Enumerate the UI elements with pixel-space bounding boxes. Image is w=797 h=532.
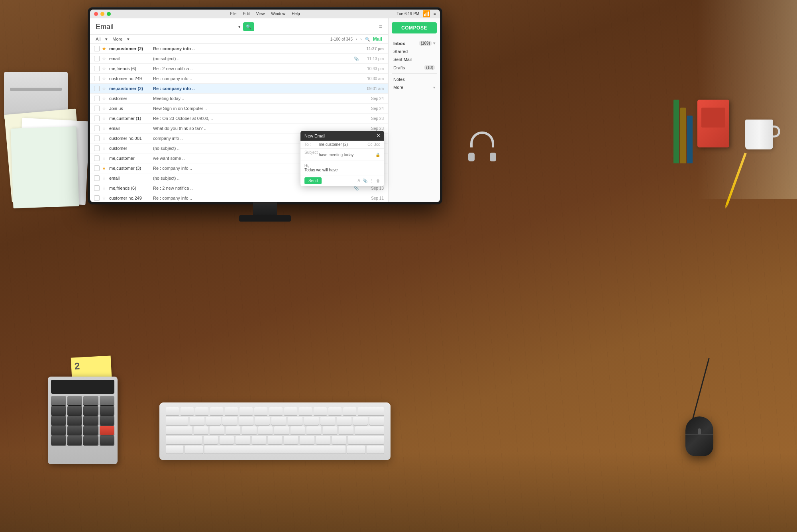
system-menu-icon[interactable]: ≡ <box>434 12 436 16</box>
row-checkbox[interactable] <box>94 56 100 61</box>
key-row-3 <box>166 426 384 434</box>
email-row[interactable]: ★ me,customer (2) Re : company info .. 1… <box>90 44 388 54</box>
menu-help[interactable]: Help <box>292 12 300 16</box>
search-button[interactable]: 🔍 <box>243 22 254 31</box>
email-row[interactable]: ☆ customer Meeting today .. Sep 24 <box>90 94 388 104</box>
menu-edit[interactable]: Edit <box>243 12 250 16</box>
menu-window[interactable]: Window <box>271 12 285 16</box>
sidebar-item-more[interactable]: More ▾ <box>392 83 437 91</box>
sidebar-item-inbox[interactable]: Inbox (169) ▾ <box>392 39 437 47</box>
star-icon[interactable]: ☆ <box>102 186 107 191</box>
compose-body[interactable]: Hi, Today we will have <box>300 161 384 175</box>
email-row[interactable]: ☆ me,friends (6) Re : 2 new notifica .. … <box>90 64 388 74</box>
email-app-header: Email ▾ 🔍 ≡ <box>90 18 388 35</box>
more-options-icon[interactable]: ⋮ <box>370 179 374 183</box>
more-expand-icon[interactable]: ▾ <box>433 85 435 90</box>
calc-key <box>83 416 98 425</box>
toolbar-all[interactable]: All <box>96 37 100 41</box>
sidebar-item-notes[interactable]: Notes <box>392 75 437 83</box>
row-checkbox[interactable] <box>94 96 100 101</box>
compose-subject-field[interactable]: Subject : have meeting today 🔒 <box>300 149 384 161</box>
attach-icon[interactable]: 📎 <box>363 179 367 183</box>
search-dropdown[interactable]: ▾ <box>238 24 241 29</box>
email-row[interactable]: ☆ me,customer (1) Re : On 23 October at … <box>90 114 388 124</box>
row-checkbox[interactable] <box>94 185 100 191</box>
star-icon[interactable]: ☆ <box>102 86 107 91</box>
star-icon[interactable]: ☆ <box>102 146 107 151</box>
row-checkbox[interactable] <box>94 86 100 91</box>
compose-button[interactable]: COMPOSE <box>392 22 437 33</box>
star-icon[interactable]: ☆ <box>102 126 107 131</box>
row-checkbox[interactable] <box>94 155 100 161</box>
sidebar-item-drafts[interactable]: Drafts (10) <box>392 63 437 72</box>
compose-to-field[interactable]: To : me,customer (2) Cc Bcc <box>300 141 384 149</box>
key <box>181 407 194 415</box>
key <box>258 426 273 434</box>
row-checkbox[interactable] <box>94 46 100 51</box>
star-icon[interactable]: ☆ <box>102 196 107 201</box>
cc-bcc-label[interactable]: Cc Bcc <box>367 142 380 147</box>
header-menu-icon[interactable]: ≡ <box>379 24 382 30</box>
email-row[interactable]: ☆ customer no.249 Re : company info .. S… <box>90 193 388 202</box>
email-row[interactable]: ☆ customer no.249 Re : company info .. 1… <box>90 74 388 84</box>
row-checkbox[interactable] <box>94 106 100 111</box>
key-row-2 <box>166 417 384 425</box>
email-sender: me,friends (6) <box>109 66 153 71</box>
email-row[interactable]: ☆ email (no subject) .. 📎 11:13 pm <box>90 54 388 64</box>
row-checkbox[interactable] <box>94 175 100 181</box>
key <box>332 436 346 444</box>
row-checkbox[interactable] <box>94 116 100 121</box>
maximize-button[interactable] <box>107 12 111 16</box>
format-icon[interactable]: A <box>357 179 360 183</box>
star-icon[interactable]: ☆ <box>102 96 107 101</box>
email-sender: me,customer <box>109 156 153 161</box>
calc-keypad <box>51 396 114 445</box>
minimize-button[interactable] <box>100 12 104 16</box>
key <box>284 407 297 415</box>
key <box>166 436 202 444</box>
titlebar-menu: File Edit View Window Help <box>230 12 300 16</box>
row-checkbox[interactable] <box>94 165 100 171</box>
row-checkbox[interactable] <box>94 145 100 151</box>
inbox-expand-icon[interactable]: ▾ <box>433 41 435 45</box>
key-modifier <box>185 446 202 453</box>
star-icon[interactable]: ★ <box>102 166 107 171</box>
sidebar-item-sent[interactable]: Sent Mail <box>392 55 437 63</box>
star-icon[interactable]: ☆ <box>102 66 107 71</box>
row-checkbox[interactable] <box>94 195 100 201</box>
more-label: More <box>393 85 403 90</box>
nav-next-icon[interactable]: › <box>360 37 361 41</box>
desk-shadow <box>0 452 797 532</box>
star-icon[interactable]: ☆ <box>102 56 107 61</box>
sidebar-item-starred[interactable]: Starred <box>392 47 437 55</box>
delete-icon[interactable]: 🗑 <box>376 179 380 183</box>
nav-prev-icon[interactable]: ‹ <box>356 37 357 41</box>
star-icon[interactable]: ☆ <box>102 156 107 161</box>
email-row[interactable]: ☆ Join us New Sign-in on Computer .. Sep… <box>90 104 388 114</box>
send-button[interactable]: Send <box>304 177 322 184</box>
menu-file[interactable]: File <box>230 12 236 16</box>
row-checkbox[interactable] <box>94 76 100 81</box>
close-button[interactable] <box>94 12 98 16</box>
star-icon[interactable]: ☆ <box>102 116 107 121</box>
row-checkbox[interactable] <box>94 66 100 71</box>
book-2 <box>680 108 686 163</box>
toolbar-more[interactable]: More <box>112 37 122 41</box>
row-checkbox[interactable] <box>94 126 100 131</box>
compose-popup-close-icon[interactable]: ✕ <box>377 133 380 138</box>
star-icon[interactable]: ★ <box>102 46 107 51</box>
menu-view[interactable]: View <box>256 12 265 16</box>
key <box>328 407 342 415</box>
search-icon-toolbar[interactable]: 🔍 <box>365 37 370 41</box>
row-checkbox[interactable] <box>94 135 100 141</box>
key <box>304 417 319 425</box>
key <box>291 426 305 434</box>
star-icon[interactable]: ☆ <box>102 136 107 141</box>
star-icon[interactable]: ☆ <box>102 106 107 111</box>
email-sender: email <box>109 176 153 181</box>
email-row[interactable]: ☆ me,customer (2) Re : company info .. 0… <box>90 84 388 94</box>
book-3 <box>687 116 693 163</box>
red-box-detail <box>701 108 725 128</box>
star-icon[interactable]: ☆ <box>102 76 107 81</box>
star-icon[interactable]: ☆ <box>102 176 107 181</box>
